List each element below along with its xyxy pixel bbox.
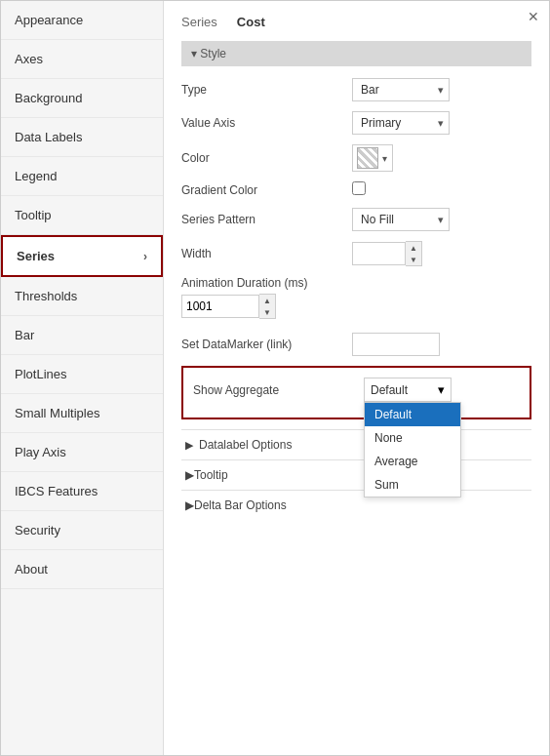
style-section-header[interactable]: ▾ Style — [181, 41, 531, 66]
color-label: Color — [181, 151, 352, 165]
width-label: Width — [181, 247, 352, 260]
series-pattern-select-wrapper[interactable]: No Fill Solid Dashed — [352, 208, 450, 231]
aggregate-section: Show Aggregate Default ▾ Default None Av… — [181, 366, 531, 419]
sidebar-item-play-axis[interactable]: Play Axis — [1, 433, 163, 472]
aggregate-label: Show Aggregate — [193, 383, 364, 397]
tooltip-label: Tooltip — [194, 468, 228, 482]
animation-spinner-buttons: ▲ ▼ — [259, 294, 276, 319]
close-button[interactable]: ✕ — [528, 9, 539, 24]
type-select-wrapper[interactable]: Bar Line Area — [352, 78, 450, 101]
value-axis-row: Value Axis Primary Secondary — [181, 111, 531, 135]
type-select[interactable]: Bar Line Area — [352, 78, 450, 101]
style-section-label: ▾ Style — [191, 47, 226, 60]
sidebar-item-label: Thresholds — [15, 289, 77, 303]
series-value: Cost — [237, 15, 265, 29]
value-axis-control: Primary Secondary — [352, 111, 531, 135]
dialog-body: Appearance Axes Background Data Labels L… — [1, 1, 549, 755]
color-swatch — [357, 147, 378, 169]
animation-increment-button[interactable]: ▲ — [259, 295, 275, 306]
sidebar-item-label: Axes — [15, 52, 43, 66]
sidebar-item-bar[interactable]: Bar — [1, 316, 163, 355]
aggregate-dropdown-container: Default ▾ Default None Average Sum — [364, 378, 452, 402]
data-marker-input[interactable] — [352, 333, 440, 356]
value-axis-label: Value Axis — [181, 116, 352, 130]
animation-input[interactable] — [181, 295, 259, 318]
sidebar-item-label: IBCS Features — [15, 484, 98, 498]
color-row: Color ▾ — [181, 144, 531, 172]
aggregate-row: Show Aggregate Default ▾ Default None Av… — [193, 378, 520, 402]
gradient-color-control — [352, 181, 531, 198]
chevron-right-icon: › — [143, 250, 147, 263]
delta-bar-label: Delta Bar Options — [194, 498, 287, 512]
sidebar-item-data-labels[interactable]: Data Labels — [1, 118, 163, 157]
sidebar-item-tooltip[interactable]: Tooltip — [1, 196, 163, 235]
sidebar-item-ibcs-features[interactable]: IBCS Features — [1, 472, 163, 511]
tooltip-row[interactable]: ▶ Tooltip — [181, 459, 531, 490]
series-pattern-row: Series Pattern No Fill Solid Dashed — [181, 208, 531, 231]
data-marker-control — [352, 333, 531, 356]
sidebar-item-small-multiples[interactable]: Small Multiples — [1, 394, 163, 433]
color-control: ▾ — [352, 144, 531, 172]
sidebar-item-label: Small Multiples — [15, 406, 99, 420]
type-control: Bar Line Area — [352, 78, 531, 101]
sidebar-item-label: Appearance — [15, 13, 83, 27]
series-header: Series Cost — [181, 15, 531, 29]
datalabel-options-row[interactable]: ▶ Datalabel Options — [181, 429, 531, 459]
sidebar-item-thresholds[interactable]: Thresholds — [1, 277, 163, 316]
sidebar-item-label: Bar — [15, 328, 34, 342]
datalabel-arrow-icon: ▶ — [185, 439, 193, 452]
aggregate-selected-value: Default — [371, 383, 408, 397]
sidebar-item-axes[interactable]: Axes — [1, 40, 163, 79]
sidebar-item-label: Series — [17, 249, 55, 263]
gradient-color-label: Gradient Color — [181, 183, 352, 197]
sidebar-item-label: Data Labels — [15, 130, 82, 144]
tooltip-arrow-icon: ▶ — [185, 468, 194, 482]
animation-input-wrap: ▲ ▼ — [181, 294, 531, 319]
sidebar-item-security[interactable]: Security — [1, 511, 163, 550]
value-axis-select-wrapper[interactable]: Primary Secondary — [352, 111, 450, 135]
aggregate-option-sum[interactable]: Sum — [365, 473, 460, 497]
data-marker-row: Set DataMarker (link) — [181, 333, 531, 356]
sidebar-item-series[interactable]: Series › — [1, 235, 163, 277]
series-pattern-select[interactable]: No Fill Solid Dashed — [352, 208, 450, 231]
sidebar-item-label: Security — [15, 523, 60, 537]
sidebar-item-label: About — [15, 562, 48, 577]
series-pattern-control: No Fill Solid Dashed — [352, 208, 531, 231]
delta-bar-row[interactable]: ▶ Delta Bar Options — [181, 490, 531, 520]
sidebar-item-label: Play Axis — [15, 445, 66, 459]
sidebar-item-appearance[interactable]: Appearance — [1, 1, 163, 40]
width-increment-button[interactable]: ▲ — [406, 242, 421, 254]
aggregate-select-button[interactable]: Default ▾ — [364, 378, 452, 402]
type-row: Type Bar Line Area — [181, 78, 531, 101]
width-decrement-button[interactable]: ▼ — [406, 254, 421, 265]
color-picker-button[interactable]: ▾ — [352, 144, 393, 172]
series-pattern-label: Series Pattern — [181, 213, 352, 226]
value-axis-select[interactable]: Primary Secondary — [352, 111, 450, 135]
settings-dialog: ✕ Appearance Axes Background Data Labels… — [0, 0, 550, 756]
color-arrow-icon: ▾ — [382, 153, 387, 164]
width-control: ▲ ▼ — [352, 241, 531, 266]
sidebar-item-plotlines[interactable]: PlotLines — [1, 355, 163, 394]
width-spinner: ▲ ▼ — [352, 241, 531, 266]
data-marker-label: Set DataMarker (link) — [181, 338, 352, 351]
width-spinner-buttons: ▲ ▼ — [406, 241, 422, 266]
aggregate-option-default[interactable]: Default — [365, 403, 460, 426]
aggregate-option-average[interactable]: Average — [365, 450, 460, 473]
aggregate-option-none[interactable]: None — [365, 426, 460, 450]
aggregate-dropdown: Default None Average Sum — [364, 402, 461, 497]
width-row: Width ▲ ▼ — [181, 241, 531, 266]
aggregate-chevron-icon: ▾ — [438, 382, 445, 397]
width-input[interactable] — [352, 242, 406, 265]
animation-row: Animation Duration (ms) ▲ ▼ — [181, 276, 531, 319]
sidebar-item-legend[interactable]: Legend — [1, 157, 163, 196]
content-panel: Series Cost ▾ Style Type Bar Line Area — [164, 1, 549, 755]
type-label: Type — [181, 83, 352, 97]
animation-decrement-button[interactable]: ▼ — [259, 306, 275, 318]
gradient-color-row: Gradient Color — [181, 181, 531, 198]
sidebar-item-label: Legend — [15, 169, 57, 183]
datalabel-options-label: Datalabel Options — [199, 438, 292, 452]
sidebar-item-background[interactable]: Background — [1, 79, 163, 118]
sidebar-item-about[interactable]: About — [1, 550, 163, 589]
gradient-color-checkbox[interactable] — [352, 181, 366, 195]
delta-bar-arrow-icon: ▶ — [185, 498, 194, 512]
